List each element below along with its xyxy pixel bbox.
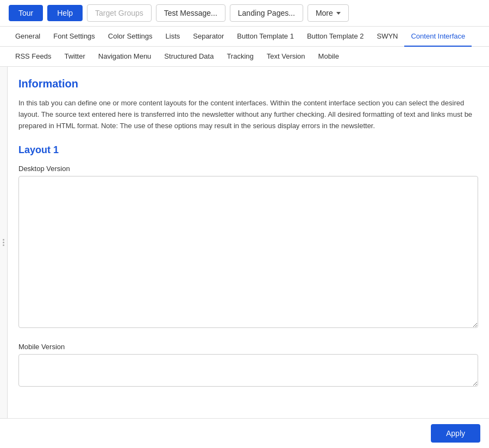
tab-rss-feeds[interactable]: RSS Feeds (9, 47, 58, 67)
tab-button-template-1[interactable]: Button Template 1 (230, 27, 300, 47)
resize-handle[interactable] (0, 67, 8, 418)
more-button[interactable]: More (308, 4, 349, 22)
bottom-bar: Apply (0, 418, 489, 448)
tab-swyn[interactable]: SWYN (370, 27, 404, 47)
mobile-field-group: Mobile Version (18, 343, 478, 388)
tab-color-settings[interactable]: Color Settings (102, 27, 159, 47)
mobile-version-textarea[interactable] (18, 354, 478, 387)
layout-heading: Layout 1 (18, 144, 478, 156)
tour-button[interactable]: Tour (9, 5, 43, 21)
resize-dots (3, 239, 4, 246)
help-button[interactable]: Help (47, 5, 83, 21)
tab-font-settings[interactable]: Font Settings (47, 27, 102, 47)
tabs-row-2: RSS FeedsTwitterNavigation MenuStructure… (0, 47, 489, 67)
desktop-field-group: Desktop Version (18, 165, 478, 330)
tab-separator[interactable]: Separator (186, 27, 230, 47)
tabs-row-1: GeneralFont SettingsColor SettingsListsS… (0, 27, 489, 47)
main-panel: Information In this tab you can define o… (8, 67, 489, 418)
desktop-version-textarea[interactable] (18, 176, 478, 328)
apply-button[interactable]: Apply (431, 424, 480, 443)
tab-structured-data[interactable]: Structured Data (158, 47, 220, 67)
info-heading: Information (18, 78, 478, 90)
tab-navigation-menu[interactable]: Navigation Menu (92, 47, 158, 67)
tab-button-template-2[interactable]: Button Template 2 (300, 27, 371, 47)
tab-lists[interactable]: Lists (159, 27, 187, 47)
tab-twitter[interactable]: Twitter (58, 47, 91, 67)
app-container: Tour Help Target Groups Test Message... … (0, 0, 489, 448)
desktop-label: Desktop Version (18, 165, 478, 173)
tab-general[interactable]: General (9, 27, 47, 47)
tab-text-version[interactable]: Text Version (260, 47, 312, 67)
info-text: In this tab you can define one or more c… (18, 98, 478, 131)
landing-pages-button[interactable]: Landing Pages... (230, 4, 303, 22)
target-groups-button[interactable]: Target Groups (87, 4, 152, 22)
resize-dot (3, 244, 4, 246)
resize-dot (3, 242, 4, 243)
tab-tracking[interactable]: Tracking (220, 47, 260, 67)
resize-dot (3, 239, 4, 241)
tab-mobile[interactable]: Mobile (312, 47, 346, 67)
mobile-label: Mobile Version (18, 343, 478, 351)
toolbar: Tour Help Target Groups Test Message... … (0, 0, 489, 27)
tab-content-interface[interactable]: Content Interface (404, 27, 472, 47)
test-message-button[interactable]: Test Message... (156, 4, 225, 22)
chevron-down-icon (336, 12, 341, 15)
content-area: Information In this tab you can define o… (0, 67, 489, 418)
more-label: More (316, 9, 333, 17)
